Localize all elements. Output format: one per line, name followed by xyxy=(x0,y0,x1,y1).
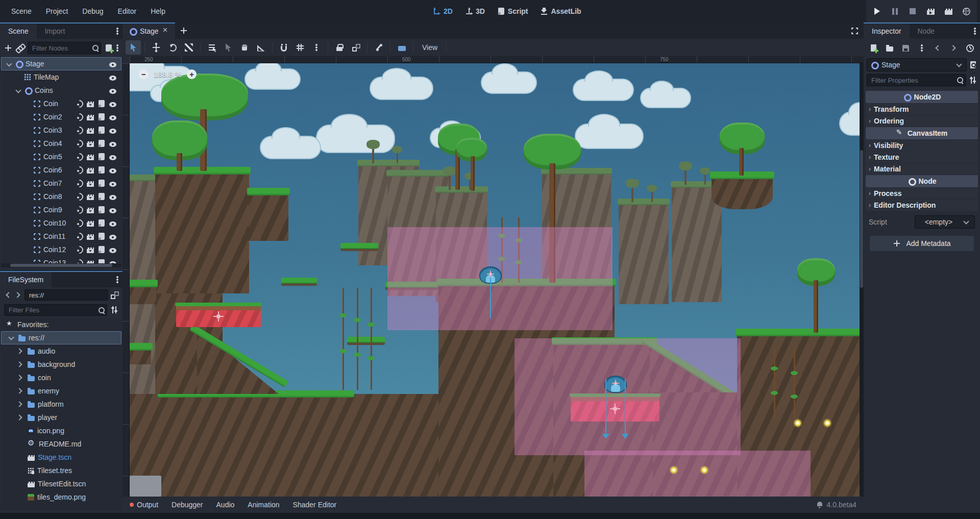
expand-arrow[interactable] xyxy=(16,374,24,382)
section-visibility[interactable]: ›Visibility xyxy=(866,140,978,151)
workspace-3d[interactable]: 3D xyxy=(461,7,489,15)
node-selector-dropdown[interactable]: Stage xyxy=(867,58,967,71)
doc-plus-button[interactable] xyxy=(867,41,880,55)
bottom-panel-shader-editor[interactable]: Shader Editor xyxy=(293,501,337,509)
section-texture[interactable]: ›Texture xyxy=(866,152,978,163)
signal-icon[interactable] xyxy=(76,193,83,200)
property-filter-input[interactable] xyxy=(867,74,966,86)
scrollbar-thumb[interactable] xyxy=(10,264,112,267)
signal-icon[interactable] xyxy=(76,166,83,174)
tree-row-coin[interactable]: Coin xyxy=(1,97,121,110)
clapper-icon[interactable] xyxy=(87,141,94,147)
file-row-player[interactable]: player xyxy=(1,411,121,424)
signal-icon[interactable] xyxy=(76,153,83,160)
zoom-out-button[interactable]: − xyxy=(139,69,149,79)
scene-tab-stage[interactable]: Stage xyxy=(122,22,175,39)
signal-icon[interactable] xyxy=(76,140,83,147)
signal-icon[interactable] xyxy=(76,246,83,253)
file-row-res-[interactable]: res:// xyxy=(1,331,121,344)
movie-button[interactable] xyxy=(942,5,955,18)
bone-tool-button[interactable] xyxy=(371,40,386,55)
tree-row-coin3[interactable]: Coin3 xyxy=(1,123,121,137)
zoom-in-button[interactable]: + xyxy=(187,69,197,79)
property-tools-icon[interactable] xyxy=(969,76,977,84)
file-row-readme-md[interactable]: README.md xyxy=(1,437,121,451)
eye-icon[interactable] xyxy=(109,168,116,174)
floppy-button[interactable] xyxy=(899,41,913,55)
clapper-icon[interactable] xyxy=(87,181,94,187)
bottom-panel-audio[interactable]: Audio xyxy=(216,501,235,509)
play-button[interactable] xyxy=(870,5,884,18)
expand-arrow[interactable] xyxy=(16,400,24,408)
filesystem-tabs-menu[interactable] xyxy=(116,272,122,287)
expand-arrow[interactable] xyxy=(16,413,24,422)
coin-sparkle[interactable] xyxy=(793,418,802,428)
script-icon[interactable] xyxy=(99,113,105,120)
instance-scene-icon[interactable] xyxy=(16,44,24,52)
2d-viewport[interactable]: 250500750 − 188.8 % + xyxy=(122,56,864,497)
distraction-free-button[interactable] xyxy=(845,22,864,39)
eye-icon[interactable] xyxy=(109,142,116,147)
eye-icon[interactable] xyxy=(109,129,116,134)
menu-project[interactable]: Project xyxy=(39,7,76,15)
script-icon[interactable] xyxy=(99,246,105,253)
inspector-tabs-menu[interactable] xyxy=(974,23,980,39)
tree-row-coins[interactable]: Coins xyxy=(1,84,121,97)
expand-arrow[interactable] xyxy=(16,347,24,355)
menu-editor[interactable]: Editor xyxy=(111,7,144,15)
section-material[interactable]: ›Material xyxy=(866,163,978,175)
view-menu-button[interactable]: View xyxy=(417,43,443,52)
tree-row-coin2[interactable]: Coin2 xyxy=(1,110,121,123)
signal-icon[interactable] xyxy=(76,100,83,107)
eye-icon[interactable] xyxy=(109,248,116,253)
menu-debug[interactable]: Debug xyxy=(75,7,110,15)
bell-icon[interactable] xyxy=(816,501,824,509)
path-input[interactable] xyxy=(24,289,108,301)
dots-tool-button[interactable] xyxy=(309,40,324,55)
filesystem-tab-filesystem[interactable]: FileSystem xyxy=(0,272,52,287)
tree-row-coin10[interactable]: Coin10 xyxy=(1,216,121,230)
scene-canvas[interactable] xyxy=(130,63,864,497)
zoom-percentage[interactable]: 188.8 % xyxy=(154,70,182,79)
chev-right-button[interactable] xyxy=(947,41,961,55)
add-metadata-button[interactable]: Add Metadata xyxy=(870,236,974,251)
lock-tool-button[interactable] xyxy=(332,40,347,55)
signal-icon[interactable] xyxy=(76,206,83,213)
move-tool-button[interactable] xyxy=(149,40,164,55)
clapper-icon[interactable] xyxy=(87,155,94,160)
bottom-panel-output[interactable]: Output xyxy=(130,501,158,509)
workspace-script[interactable]: Script xyxy=(493,7,532,15)
tree-row-coin6[interactable]: Coin6 xyxy=(1,163,121,177)
script-icon[interactable] xyxy=(99,193,105,200)
script-icon[interactable] xyxy=(99,259,105,263)
clapper-icon[interactable] xyxy=(87,128,94,134)
tree-row-coin12[interactable]: Coin12 xyxy=(1,243,121,256)
pause-button[interactable] xyxy=(888,5,901,18)
magnet-tool-button[interactable] xyxy=(276,40,291,55)
script-icon[interactable] xyxy=(99,140,105,147)
eye-icon[interactable] xyxy=(109,182,116,187)
eye-icon[interactable] xyxy=(109,235,116,240)
scrollbar-thumb[interactable] xyxy=(860,150,863,288)
coin-sparkle[interactable] xyxy=(823,418,832,428)
attach-script-icon[interactable] xyxy=(106,44,112,52)
menu-help[interactable]: Help xyxy=(143,7,173,15)
eye-icon[interactable] xyxy=(109,155,116,160)
file-row-tiles-demo-png[interactable]: tiles_demo.png xyxy=(1,490,121,504)
collapse-arrow[interactable] xyxy=(7,334,15,342)
folder-open-button[interactable] xyxy=(883,41,896,55)
clapper-icon[interactable] xyxy=(87,234,94,240)
player-slime[interactable] xyxy=(604,376,627,393)
script-icon[interactable] xyxy=(99,206,105,213)
eye-icon[interactable] xyxy=(109,221,116,227)
coin-sparkle[interactable] xyxy=(669,465,678,475)
scale-tool-button[interactable] xyxy=(181,40,197,55)
tree-row-coin13[interactable]: Coin13 xyxy=(1,256,121,263)
tree-row-coin8[interactable]: Coin8 xyxy=(1,190,121,203)
clapper-icon[interactable] xyxy=(87,168,94,174)
file-filter-input[interactable] xyxy=(4,304,107,316)
list-cursor-tool-button[interactable] xyxy=(204,40,219,55)
file-row-platform[interactable]: platform xyxy=(1,398,121,411)
signal-icon[interactable] xyxy=(76,180,83,187)
section-process[interactable]: ›Process xyxy=(866,188,978,199)
